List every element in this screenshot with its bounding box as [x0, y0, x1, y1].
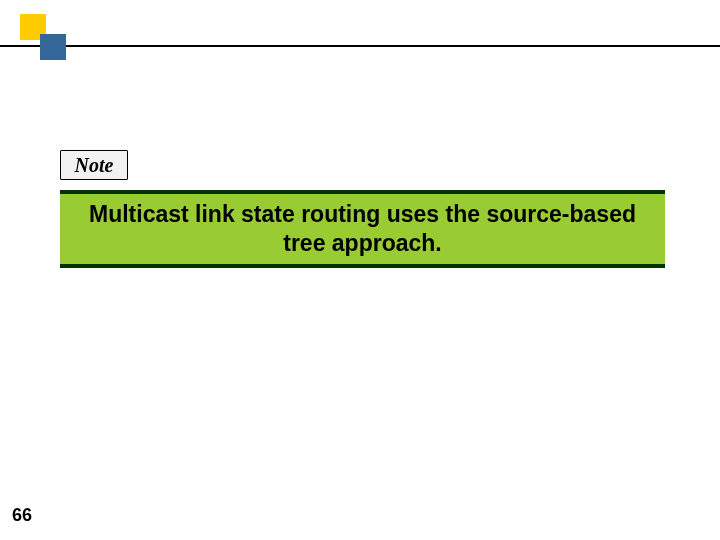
corner-square-blue-icon: [40, 34, 66, 60]
page-number: 66: [12, 505, 32, 526]
note-banner: Multicast link state routing uses the so…: [60, 190, 665, 268]
note-label-box: Note: [60, 150, 128, 180]
note-banner-text: Multicast link state routing uses the so…: [70, 200, 655, 258]
note-label-text: Note: [75, 154, 114, 177]
slide: Note Multicast link state routing uses t…: [0, 0, 720, 540]
header-divider: [0, 45, 720, 47]
